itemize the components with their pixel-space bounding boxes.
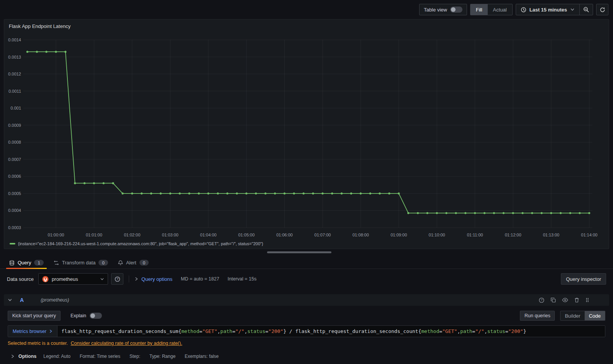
chevron-right-icon (11, 354, 15, 358)
transform-icon (54, 260, 59, 266)
collapse-chevron-icon[interactable] (8, 298, 12, 302)
chevron-right-icon (134, 277, 138, 281)
datasource-help-button[interactable]: ? (111, 273, 123, 285)
copy-icon[interactable] (551, 297, 556, 303)
grip-icon[interactable] (585, 297, 589, 303)
time-range-label: Last 15 minutes (529, 7, 567, 13)
time-picker-group: Last 15 minutes (516, 4, 593, 15)
legend-series-label: {instance="ec2-184-169-216-224.us-west-1… (18, 241, 263, 246)
database-icon (9, 260, 15, 266)
time-range-picker[interactable]: Last 15 minutes (516, 4, 579, 15)
svg-text:01:01:00: 01:01:00 (86, 233, 102, 237)
tab-alert[interactable]: Alert 0 (114, 257, 152, 269)
builder-button[interactable]: Builder (561, 311, 584, 320)
query-inspector-button[interactable]: Query inspector (561, 273, 606, 285)
svg-text:0.0007: 0.0007 (8, 157, 21, 162)
option-step: Step: (129, 354, 140, 359)
clock-icon (521, 7, 526, 13)
svg-text:01:08:00: 01:08:00 (352, 233, 369, 237)
option-format: Format: Time series (80, 354, 120, 359)
options-label: Options (18, 354, 36, 359)
warning-text: Selected metric is a counter. (8, 341, 68, 346)
tab-alert-count: 0 (139, 260, 149, 266)
promql-query-input[interactable]: flask_http_request_duration_seconds_sum{… (57, 326, 605, 337)
option-exemplars: Exemplars: false (185, 354, 219, 359)
datasource-select[interactable]: prometheus (38, 273, 108, 285)
option-type: Type: Range (149, 354, 175, 359)
interval-value: Interval = 15s (228, 276, 256, 282)
query-datasource-hint: (prometheus) (41, 297, 69, 303)
code-button[interactable]: Code (585, 311, 605, 320)
tab-query[interactable]: Query 1 (5, 257, 48, 269)
explain-toggle[interactable] (90, 313, 102, 319)
svg-text:01:14:00: 01:14:00 (581, 233, 598, 237)
explain-label: Explain (70, 313, 86, 318)
help-circle-icon[interactable]: ? (539, 297, 544, 303)
svg-text:01:06:00: 01:06:00 (276, 233, 293, 237)
svg-text:01:03:00: 01:03:00 (162, 233, 179, 237)
latency-chart[interactable]: 0.00140.00130.00120.00110.0010.00090.000… (4, 34, 610, 243)
chevron-right-icon (49, 330, 52, 333)
legend-item[interactable]: {instance="ec2-184-169-216-224.us-west-1… (10, 241, 263, 246)
table-view-toggle-group: Table view (419, 4, 467, 15)
tab-transform-label: Transform data (62, 260, 96, 266)
counter-warning: Selected metric is a counter. Consider c… (8, 341, 605, 346)
svg-text:0.0013: 0.0013 (8, 55, 21, 59)
tab-transform-data[interactable]: Transform data 0 (50, 257, 112, 269)
svg-text:01:05:00: 01:05:00 (238, 233, 255, 237)
tab-query-count: 1 (34, 260, 43, 266)
promql-editor-row: Metrics browser flask_http_request_durat… (8, 325, 605, 337)
datasource-value: prometheus (52, 276, 97, 282)
svg-text:0.0011: 0.0011 (8, 89, 21, 93)
bell-icon (118, 260, 123, 266)
query-row-header[interactable]: A (prometheus) ? (4, 294, 609, 306)
refresh-button[interactable] (596, 4, 608, 15)
query-editor-card: A (prometheus) ? Kick start your query E… (4, 294, 609, 362)
kick-start-query-button[interactable]: Kick start your query (8, 311, 61, 321)
trash-icon[interactable] (574, 297, 579, 303)
tab-transform-count: 0 (98, 260, 108, 266)
metrics-browser-button[interactable]: Metrics browser (8, 326, 57, 337)
metrics-browser-label: Metrics browser (13, 329, 46, 334)
svg-text:0.0004: 0.0004 (8, 208, 21, 213)
svg-text:0.0005: 0.0005 (8, 191, 21, 196)
svg-text:01:10:00: 01:10:00 (429, 233, 445, 237)
panel-resize-handle[interactable] (267, 251, 331, 253)
svg-text:0.0012: 0.0012 (8, 72, 21, 76)
datasource-row: Data source prometheus ? Query options M… (7, 273, 606, 285)
eye-icon[interactable] (562, 298, 568, 302)
tab-query-label: Query (18, 260, 31, 266)
help-circle-icon: ? (115, 276, 120, 282)
fill-actual-segmented: Fill Actual (470, 4, 513, 15)
divider (129, 275, 129, 282)
chevron-down-icon (100, 277, 104, 281)
warning-rate-link[interactable]: Consider calculating rate of counter by … (71, 341, 182, 346)
svg-text:01:11:00: 01:11:00 (467, 233, 483, 237)
query-editor-toolbar: Kick start your query Explain Run querie… (4, 311, 609, 321)
max-data-points-value: MD = auto = 1827 (181, 276, 219, 282)
zoom-out-icon (583, 7, 589, 13)
svg-text:0.0009: 0.0009 (8, 123, 21, 128)
svg-text:01:00:00: 01:00:00 (48, 233, 64, 237)
query-options-toggle[interactable]: Query options (134, 276, 172, 282)
svg-text:0.0006: 0.0006 (8, 174, 21, 179)
svg-text:01:02:00: 01:02:00 (124, 233, 140, 237)
query-options-section[interactable]: Options Legend: Auto Format: Time series… (8, 351, 605, 362)
zoom-out-button[interactable] (579, 4, 593, 15)
prometheus-icon (42, 276, 49, 282)
explain-toggle-group: Explain (70, 313, 102, 319)
datasource-label: Data source (7, 276, 34, 282)
fill-button[interactable]: Fill (470, 4, 488, 15)
actual-button[interactable]: Actual (488, 4, 512, 15)
svg-text:01:04:00: 01:04:00 (200, 233, 216, 237)
svg-text:01:09:00: 01:09:00 (390, 233, 407, 237)
panel-title[interactable]: Flask App Endpoint Latency (9, 23, 70, 29)
run-queries-button[interactable]: Run queries (520, 311, 555, 321)
refresh-icon (600, 7, 605, 13)
svg-text:0.0014: 0.0014 (8, 38, 21, 42)
svg-text:0.001: 0.001 (10, 106, 21, 110)
panel-editor-toolbar: Table view Fill Actual Last 15 minutes (419, 4, 608, 15)
editor-tabbar: Query 1 Transform data 0 Alert 0 (0, 257, 613, 269)
table-view-toggle[interactable] (450, 7, 462, 13)
option-legend: Legend: Auto (43, 354, 70, 359)
